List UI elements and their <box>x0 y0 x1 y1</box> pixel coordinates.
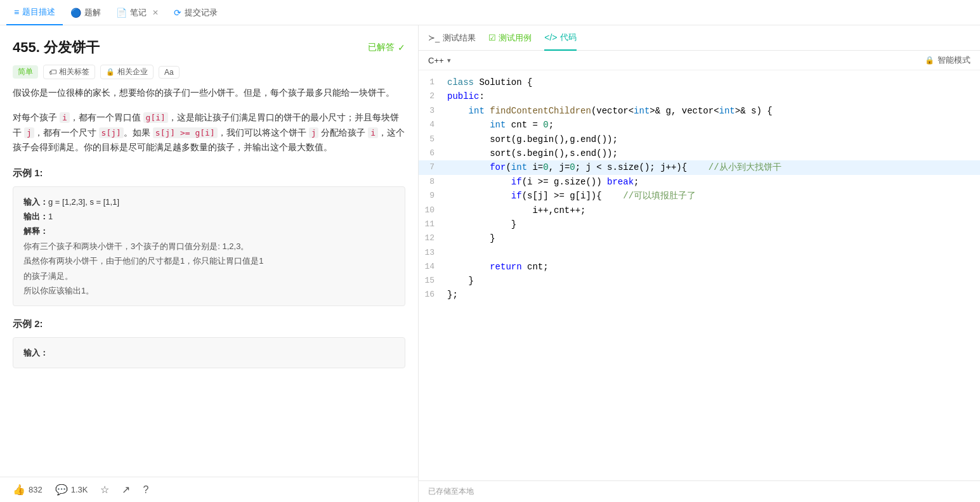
star-button[interactable]: ☆ <box>100 484 109 496</box>
example2-title: 示例 2: <box>13 316 405 332</box>
line-content-6: sort(s.begin(),s.end()); <box>447 146 980 160</box>
history-icon: ⟳ <box>174 8 181 18</box>
desc-icon: ≡ <box>14 7 19 17</box>
lang-label: C++ <box>428 56 444 65</box>
code-line-16: 16}; <box>419 288 980 302</box>
tab-solution[interactable]: 🔵 题解 <box>63 0 108 25</box>
code-line-4: 4 int cnt = 0; <box>419 118 980 132</box>
tab-history-label: 提交记录 <box>185 7 218 18</box>
problem-desc-2: 对每个孩子 i，都有一个胃口值 g[i]，这是能让孩子们满足胃口的饼干的最小尺寸… <box>13 110 405 155</box>
comment-count: 1.3K <box>71 485 88 494</box>
tag-icon: 🏷 <box>49 68 56 77</box>
code-line-6: 6 sort(s.begin(),s.end()); <box>419 146 980 160</box>
share-button[interactable]: ↗ <box>122 484 130 496</box>
problem-header: 455. 分发饼干 已解答 ✓ 简单 🏷 相关标签 🔒 相关企业 <box>0 25 418 86</box>
solved-label: 已解答 <box>368 42 395 53</box>
line-number-16: 16 <box>419 288 447 302</box>
example1-explain-label: 解释： <box>23 226 48 236</box>
problem-content[interactable]: 假设你是一位很棒的家长，想要给你的孩子们一些小饼干。但是，每个孩子最多只能给一块… <box>0 86 418 477</box>
inline-code-cond: s[j] >= g[i] <box>153 127 218 138</box>
related-tags[interactable]: 🏷 相关标签 <box>43 65 95 79</box>
solution-icon: 🔵 <box>70 8 81 18</box>
code-line-1: 1class Solution { <box>419 75 980 89</box>
inline-code-sj: s[j] <box>99 127 124 138</box>
line-content-5: sort(g.begin(),g.end()); <box>447 132 980 146</box>
code-line-15: 15 } <box>419 274 980 288</box>
solved-badge: 已解答 ✓ <box>368 42 405 53</box>
notes-icon: 📄 <box>116 8 127 18</box>
code-toolbar: C++ ▾ 🔒 智能模式 <box>419 51 980 70</box>
example1-input-label: 输入： <box>23 197 48 207</box>
star-icon: ☆ <box>100 484 109 496</box>
solved-check-icon: ✓ <box>398 42 405 53</box>
line-content-14: return cnt; <box>447 260 980 274</box>
related-company[interactable]: 🔒 相关企业 <box>100 65 154 79</box>
code-icon: </> <box>544 32 557 42</box>
tab-test-example[interactable]: ☑ 测试用例 <box>488 25 532 51</box>
code-line-2: 2public: <box>419 89 980 103</box>
line-content-4: int cnt = 0; <box>447 118 980 132</box>
bottom-bar-right: 已存储至本地 <box>419 480 980 502</box>
right-panel: ≻_ 测试结果 ☑ 测试用例 </> 代码 C++ ▾ 🔒 智能模式 <box>419 25 980 502</box>
tab-test-result[interactable]: ≻_ 测试结果 <box>428 25 476 51</box>
line-content-12: } <box>447 231 980 245</box>
line-number-2: 2 <box>419 89 447 103</box>
top-tab-bar: ≡ 题目描述 🔵 题解 📄 笔记 ✕ ⟳ 提交记录 <box>0 0 980 25</box>
line-number-1: 1 <box>419 75 447 89</box>
tab-notes-close[interactable]: ✕ <box>152 8 159 17</box>
comment-button[interactable]: 💬 1.3K <box>55 484 88 496</box>
example1-title: 示例 1: <box>13 165 405 181</box>
code-line-13: 13 <box>419 246 980 260</box>
example2-box: 输入： <box>13 337 405 368</box>
code-line-7: 7 for(int i=0, j=0; j < s.size(); j++){ … <box>419 160 980 174</box>
line-content-15: } <box>447 274 980 288</box>
line-content-16: }; <box>447 288 980 302</box>
line-content-1: class Solution { <box>447 75 980 89</box>
line-content-10: i++,cnt++; <box>447 203 980 217</box>
smart-mode-label: 智能模式 <box>938 55 970 66</box>
line-number-6: 6 <box>419 146 447 160</box>
code-line-14: 14 return cnt; <box>419 260 980 274</box>
line-number-9: 9 <box>419 189 447 203</box>
line-number-10: 10 <box>419 203 447 217</box>
line-content-9: if(s[j] >= g[i]){ //可以填报肚子了 <box>447 189 980 203</box>
font-size-btn[interactable]: Aa <box>159 66 180 79</box>
line-number-15: 15 <box>419 274 447 288</box>
example1-output-label: 输出： <box>23 212 48 221</box>
terminal-icon: ≻_ <box>428 33 440 42</box>
help-button[interactable]: ? <box>143 484 148 496</box>
code-line-11: 11 } <box>419 217 980 231</box>
share-icon: ↗ <box>122 484 130 496</box>
help-icon: ? <box>143 484 148 496</box>
line-number-5: 5 <box>419 132 447 146</box>
line-number-4: 4 <box>419 118 447 132</box>
tab-notes[interactable]: 📄 笔记 ✕ <box>108 0 166 25</box>
comment-icon: 💬 <box>55 484 68 496</box>
lock-icon: 🔒 <box>106 68 115 76</box>
line-number-8: 8 <box>419 175 447 189</box>
tab-desc[interactable]: ≡ 题目描述 <box>6 0 63 25</box>
example2-input-label: 输入： <box>23 348 48 357</box>
saved-label: 已存储至本地 <box>428 487 474 496</box>
language-selector[interactable]: C++ ▾ <box>428 56 451 65</box>
tab-history[interactable]: ⟳ 提交记录 <box>166 0 225 25</box>
tab-solution-label: 题解 <box>84 7 101 18</box>
smart-mode[interactable]: 🔒 智能模式 <box>925 55 970 66</box>
line-content-2: public: <box>447 89 980 103</box>
inline-code-j: j <box>24 127 34 138</box>
line-content-8: if(i >= g.size()) break; <box>447 175 980 189</box>
problem-title: 455. 分发饼干 <box>13 38 100 57</box>
problem-tags: 简单 🏷 相关标签 🔒 相关企业 Aa <box>13 65 405 79</box>
inline-code-i: i <box>60 112 70 123</box>
like-button[interactable]: 👍 832 <box>13 484 42 496</box>
code-editor[interactable]: 1class Solution {2public:3 int findConte… <box>419 70 980 480</box>
example1-explain: 你有三个孩子和两块小饼干，3个孩子的胃口值分别是: 1,2,3。虽然你有两块小饼… <box>23 239 395 299</box>
tab-code[interactable]: </> 代码 <box>544 25 577 51</box>
inline-code-i2: i <box>368 127 378 138</box>
code-line-9: 9 if(s[j] >= g[i]){ //可以填报肚子了 <box>419 189 980 203</box>
line-number-13: 13 <box>419 246 447 260</box>
check-icon: ☑ <box>488 33 496 42</box>
inline-code-j2: j <box>309 127 319 138</box>
tab-notes-label: 笔记 <box>130 7 147 18</box>
like-icon: 👍 <box>13 484 25 496</box>
